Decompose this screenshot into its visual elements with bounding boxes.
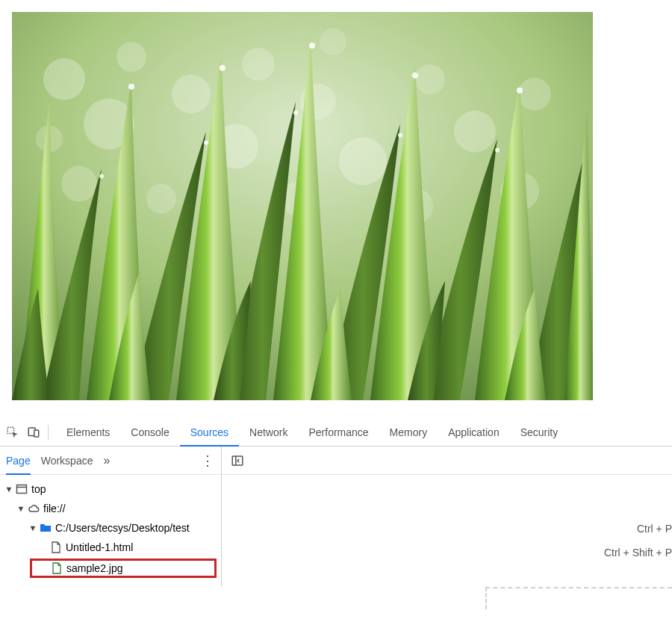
drop-zone-outline xyxy=(485,587,672,609)
device-toggle-icon[interactable] xyxy=(27,426,40,439)
devtools-tabbar: Elements Console Sources Network Perform… xyxy=(0,418,672,447)
tab-network[interactable]: Network xyxy=(239,418,298,447)
svg-point-21 xyxy=(309,43,315,49)
inspect-icon[interactable] xyxy=(6,426,19,439)
svg-point-9 xyxy=(415,64,445,94)
caret-icon: ▼ xyxy=(4,485,13,494)
page-viewport xyxy=(12,12,593,400)
file-tree: ▼ top ▼ file:// ▼ C:/Users/tecsys/Deskto… xyxy=(0,475,222,587)
tab-security[interactable]: Security xyxy=(510,418,569,447)
svg-point-8 xyxy=(339,137,387,185)
folder-icon xyxy=(39,522,52,534)
svg-point-28 xyxy=(293,111,298,115)
svg-point-25 xyxy=(398,133,402,137)
frame-icon xyxy=(15,483,28,495)
svg-point-24 xyxy=(204,140,208,145)
tab-console[interactable]: Console xyxy=(120,418,179,447)
editor-placeholder: Ctrl + P Ctrl + Shift + P xyxy=(222,475,672,587)
tab-performance[interactable]: Performance xyxy=(298,418,379,447)
tab-elements[interactable]: Elements xyxy=(56,418,120,447)
tab-sources[interactable]: Sources xyxy=(180,418,239,447)
svg-point-5 xyxy=(242,48,275,81)
image-file-icon xyxy=(50,562,63,574)
tree-folder[interactable]: ▼ C:/Users/tecsys/Desktop/test xyxy=(0,518,221,538)
svg-point-12 xyxy=(61,166,97,202)
devtools-panel: Elements Console Sources Network Perform… xyxy=(0,418,672,587)
tab-application[interactable]: Application xyxy=(438,418,510,447)
svg-point-4 xyxy=(172,75,211,113)
tab-memory[interactable]: Memory xyxy=(379,418,438,447)
more-options-icon[interactable]: ⋮ xyxy=(201,452,215,469)
sources-main: ▼ top ▼ file:// ▼ C:/Users/tecsys/Deskto… xyxy=(0,475,672,587)
svg-rect-31 xyxy=(34,430,39,437)
toggle-navigator-icon[interactable] xyxy=(222,454,244,467)
cloud-icon xyxy=(27,503,40,514)
sources-subbar: Page Workspace » ⋮ xyxy=(0,447,672,475)
shortcut-command-menu: Ctrl + Shift + P xyxy=(604,547,672,559)
separator xyxy=(48,425,49,440)
tree-label: C:/Users/tecsys/Desktop/test xyxy=(55,522,190,534)
subtab-page[interactable]: Page xyxy=(6,447,31,475)
svg-point-11 xyxy=(518,78,551,111)
tree-label: file:// xyxy=(43,503,66,514)
svg-point-23 xyxy=(517,87,523,93)
svg-point-2 xyxy=(116,42,146,72)
tree-label: top xyxy=(31,483,46,495)
svg-point-20 xyxy=(220,65,225,71)
subtab-workspace[interactable]: Workspace xyxy=(41,447,93,475)
svg-point-22 xyxy=(412,72,418,78)
tree-top-frame[interactable]: ▼ top xyxy=(0,479,221,499)
svg-point-19 xyxy=(128,84,134,90)
tree-origin[interactable]: ▼ file:// xyxy=(0,499,221,518)
svg-point-1 xyxy=(43,58,85,100)
svg-point-26 xyxy=(99,174,104,178)
tree-file-html[interactable]: Untitled-1.html xyxy=(0,538,221,557)
tree-label: sample2.jpg xyxy=(66,562,123,574)
tree-label: Untitled-1.html xyxy=(66,541,133,553)
caret-icon: ▼ xyxy=(16,504,25,513)
svg-rect-34 xyxy=(17,485,27,494)
more-subtabs-icon[interactable]: » xyxy=(103,454,110,467)
file-icon xyxy=(49,541,63,553)
tree-file-image-highlighted[interactable]: sample2.jpg xyxy=(30,559,217,578)
svg-point-27 xyxy=(495,148,500,152)
shortcut-open-file: Ctrl + P xyxy=(637,523,672,535)
svg-point-18 xyxy=(320,28,346,55)
content-image xyxy=(12,12,593,400)
svg-point-10 xyxy=(454,111,496,152)
caret-icon: ▼ xyxy=(28,523,37,532)
svg-point-13 xyxy=(146,184,176,214)
